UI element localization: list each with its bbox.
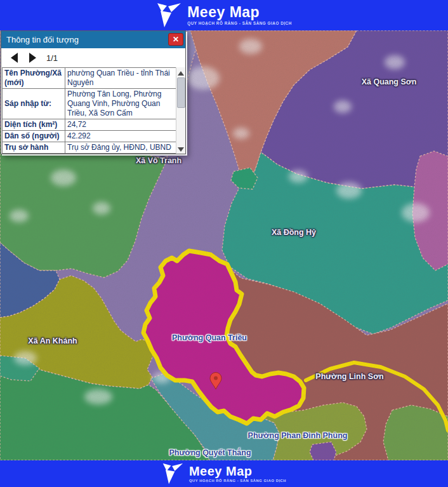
popup-title: Thông tin đối tượng — [6, 35, 79, 44]
brand-name: Meey Map — [187, 5, 292, 20]
table-row: Sáp nhập từ: Phường Tân Long, Phường Qua… — [3, 89, 176, 119]
prev-icon — [11, 53, 18, 63]
meeymap-logo: Meey Map QUY HOẠCH RÕ RÀNG - SẴN SÀNG GI… — [156, 3, 292, 28]
popup-titlebar: Thông tin đối tượng ✕ — [1, 31, 185, 48]
meeymap-logo-footer: Meey Map QUY HOẠCH RÕ RÀNG - SẴN SÀNG GI… — [162, 463, 286, 484]
brand-tagline-footer: QUY HOẠCH RÕ RÀNG - SẴN SÀNG GIAO DỊCH — [189, 479, 286, 483]
scrollbar-thumb[interactable] — [177, 77, 185, 108]
field-value: 42.292 — [65, 131, 176, 142]
next-button[interactable] — [28, 53, 37, 63]
field-value: 24,72 — [65, 119, 176, 131]
table-row: Tên Phường/Xã (mới) phường Quan Triều - … — [3, 68, 176, 89]
next-icon — [29, 53, 36, 63]
scroll-up-button[interactable] — [176, 69, 185, 77]
field-value: phường Quan Triều - tỉnh Thái Nguyên — [65, 68, 176, 89]
field-label: Trụ sở hành — [3, 142, 65, 154]
table-row: Diện tích (km²) 24,72 — [3, 119, 176, 131]
close-icon: ✕ — [173, 35, 179, 44]
field-label: Diện tích (km²) — [3, 119, 65, 131]
popup-pagination: 1/1 — [1, 48, 185, 67]
scroll-down-icon — [178, 147, 184, 152]
feature-info-table: Tên Phường/Xã (mới) phường Quan Triều - … — [2, 67, 176, 154]
close-button[interactable]: ✕ — [168, 33, 183, 46]
feature-info-popup: Thông tin đối tượng ✕ 1/1 Tên Phường/Xã … — [1, 30, 186, 154]
prev-button[interactable] — [10, 53, 18, 63]
field-label: Tên Phường/Xã (mới) — [3, 68, 65, 89]
table-row: Trụ sở hành Trụ sở Đảng ủy, HĐND, UBND — [3, 142, 176, 154]
header-bar: Meey Map QUY HOẠCH RÕ RÀNG - SẴN SÀNG GI… — [0, 0, 448, 30]
brand-name-footer: Meey Map — [189, 465, 286, 477]
brand-tagline: QUY HOẠCH RÕ RÀNG - SẴN SÀNG GIAO DỊCH — [187, 22, 292, 25]
scroll-down-button[interactable] — [176, 145, 185, 154]
table-row: Dân số (người) 42.292 — [3, 131, 176, 142]
meeymap-logo-icon — [156, 3, 181, 28]
field-label: Sáp nhập từ: — [3, 89, 65, 119]
scroll-up-icon — [178, 71, 184, 76]
meeymap-logo-icon — [162, 463, 183, 484]
popup-table-wrap: Tên Phường/Xã (mới) phường Quan Triều - … — [1, 67, 185, 154]
popup-scrollbar[interactable] — [176, 67, 185, 154]
field-label: Dân số (người) — [3, 131, 65, 142]
page-indicator: 1/1 — [46, 53, 58, 63]
footer-bar: Meey Map QUY HOẠCH RÕ RÀNG - SẴN SÀNG GI… — [0, 460, 448, 487]
field-value: Trụ sở Đảng ủy, HĐND, UBND — [65, 142, 176, 154]
field-value: Phường Tân Long, Phường Quang Vinh, Phườ… — [65, 89, 176, 119]
